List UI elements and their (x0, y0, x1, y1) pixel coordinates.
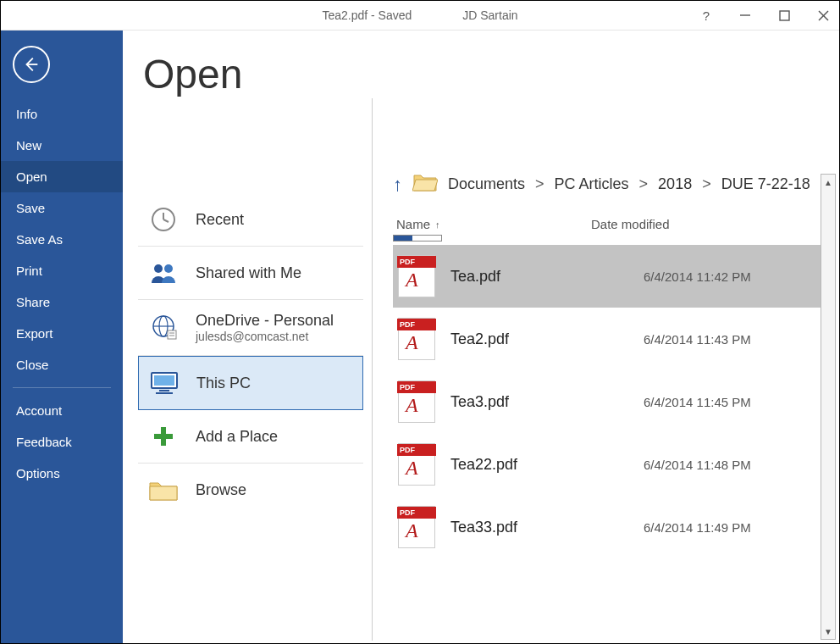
minimize-button[interactable] (738, 8, 753, 23)
sidebar-item-options[interactable]: Options (1, 458, 123, 489)
up-arrow-icon[interactable]: ↑ (393, 174, 402, 196)
file-date: 6/4/2014 11:48 PM (644, 458, 751, 472)
location-onedrive[interactable]: OneDrive - Personal julesds@comcast.net (138, 300, 363, 356)
file-row[interactable]: PDFATea2.pdf6/4/2014 11:43 PM (393, 308, 832, 370)
maximize-button[interactable] (776, 8, 792, 23)
file-row[interactable]: PDFATea.pdf6/4/2014 11:42 PM (393, 245, 832, 308)
sidebar-item-print[interactable]: Print (1, 255, 123, 286)
file-row[interactable]: PDFATea22.pdf6/4/2014 11:48 PM (393, 433, 832, 496)
file-columns-header[interactable]: Name ↑ Date modified (393, 214, 832, 233)
file-name: Tea22.pdf (450, 456, 628, 474)
file-date: 6/4/2014 11:49 PM (644, 520, 751, 535)
column-name[interactable]: Name (396, 217, 430, 231)
sidebar-item-save[interactable]: Save (1, 192, 123, 224)
pdf-file-icon: PDFA (398, 506, 435, 548)
location-thispc[interactable]: This PC (138, 356, 363, 410)
svg-point-9 (164, 264, 173, 273)
user-name: JD Sartain (462, 8, 517, 22)
svg-point-8 (154, 264, 163, 273)
page-title: Open (143, 51, 372, 97)
location-label: This PC (196, 375, 251, 392)
file-name: Tea3.pdf (450, 393, 628, 411)
breadcrumb-part[interactable]: Documents (448, 175, 525, 193)
scroll-down-icon[interactable]: ▼ (821, 624, 835, 639)
location-shared[interactable]: Shared with Me (138, 247, 363, 300)
pc-icon (147, 369, 181, 397)
location-recent[interactable]: Recent (138, 193, 363, 247)
folder-icon (146, 475, 180, 504)
location-label: Shared with Me (196, 264, 301, 282)
file-row[interactable]: PDFATea3.pdf6/4/2014 11:45 PM (393, 370, 832, 433)
file-name: Tea.pdf (450, 268, 628, 286)
pdf-file-icon: PDFA (398, 443, 435, 486)
location-label: Add a Place (196, 428, 278, 446)
column-date[interactable]: Date modified (591, 217, 670, 231)
sidebar-item-info[interactable]: Info (1, 98, 123, 130)
sidebar-item-open[interactable]: Open (1, 161, 123, 192)
svg-rect-13 (168, 330, 176, 339)
file-date: 6/4/2014 11:45 PM (644, 395, 751, 409)
sidebar-item-saveas[interactable]: Save As (1, 224, 123, 255)
help-button[interactable]: ? (699, 8, 714, 23)
breadcrumb-part[interactable]: DUE 7-22-18 (721, 175, 810, 193)
sidebar-item-share[interactable]: Share (1, 286, 123, 318)
sort-asc-icon: ↑ (435, 219, 440, 230)
onedrive-icon (146, 314, 180, 342)
svg-rect-19 (156, 392, 173, 394)
sidebar-item-export[interactable]: Export (1, 318, 123, 349)
back-button[interactable] (13, 46, 50, 83)
plus-icon (146, 422, 180, 451)
location-label: Browse (196, 481, 246, 499)
people-icon (146, 258, 180, 287)
breadcrumb[interactable]: ↑ Documents > PC Articles > 2018 > DUE 7… (393, 172, 832, 197)
location-browse[interactable]: Browse (138, 464, 363, 516)
scrollbar[interactable]: ▲ ▼ (821, 174, 836, 640)
scroll-up-icon[interactable]: ▲ (821, 175, 835, 190)
file-panel: ↑ Documents > PC Articles > 2018 > DUE 7… (373, 152, 839, 643)
file-date: 6/4/2014 11:42 PM (644, 269, 751, 284)
sidebar-item-account[interactable]: Account (1, 395, 123, 426)
breadcrumb-part[interactable]: 2018 (658, 175, 692, 193)
location-label: Recent (196, 211, 244, 229)
pdf-file-icon: PDFA (398, 380, 435, 423)
svg-line-7 (163, 219, 169, 222)
file-date: 6/4/2014 11:43 PM (644, 332, 751, 347)
location-sub: julesds@comcast.net (196, 330, 334, 343)
close-button[interactable] (815, 8, 831, 23)
breadcrumb-part[interactable]: PC Articles (555, 175, 629, 193)
sidebar-item-close[interactable]: Close (1, 349, 123, 380)
location-addplace[interactable]: Add a Place (138, 410, 363, 464)
pdf-file-icon: PDFA (398, 255, 435, 297)
svg-rect-18 (159, 390, 169, 391)
file-name: Tea2.pdf (450, 330, 628, 348)
svg-rect-21 (154, 434, 173, 439)
doc-title: Tea2.pdf - Saved (322, 8, 412, 22)
svg-rect-1 (780, 11, 789, 20)
svg-rect-17 (154, 375, 174, 386)
file-name: Tea33.pdf (450, 519, 628, 536)
column-resize-handle[interactable] (393, 235, 442, 242)
clock-icon (146, 205, 180, 234)
pdf-file-icon: PDFA (398, 318, 435, 360)
sidebar-item-new[interactable]: New (1, 130, 123, 161)
location-label: OneDrive - Personal (196, 312, 334, 330)
file-row[interactable]: PDFATea33.pdf6/4/2014 11:49 PM (393, 496, 832, 558)
folder-open-icon (412, 172, 438, 197)
titlebar: Tea2.pdf - Saved JD Sartain ? (1, 1, 839, 31)
sidebar-item-feedback[interactable]: Feedback (1, 426, 123, 458)
backstage-sidebar: Info New Open Save Save As Print Share E… (1, 31, 123, 643)
